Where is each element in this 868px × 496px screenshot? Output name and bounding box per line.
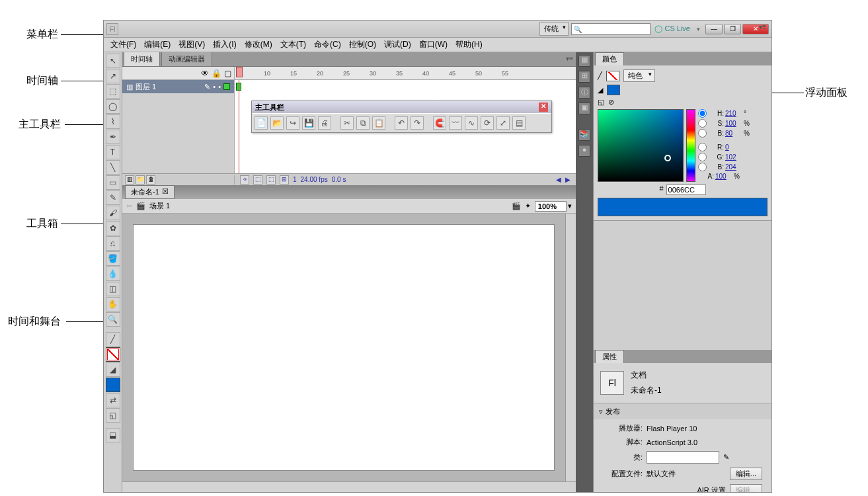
pen-tool[interactable]: ✒ [106, 130, 120, 144]
tab-timeline[interactable]: 时间轴 [124, 52, 160, 66]
snap-icon[interactable]: ⬓ [106, 428, 120, 442]
paint-bucket-tool[interactable]: 🪣 [106, 251, 120, 266]
onion-outline-icon[interactable]: ⬚ [266, 175, 276, 185]
swatches-icon[interactable]: ▦ [578, 55, 590, 67]
edit-class-icon[interactable]: ✎ [723, 453, 729, 462]
misc-icon[interactable]: ● [578, 145, 590, 157]
cslive-button[interactable]: CS Live [654, 24, 690, 33]
zoom-tool[interactable]: 🔍 [106, 312, 120, 327]
tab-properties[interactable]: 属性 [595, 350, 624, 363]
library-icon[interactable]: 📚 [578, 129, 590, 141]
info-icon[interactable]: ⓘ [578, 87, 590, 99]
snap-magnet-icon[interactable]: 🧲 [433, 116, 446, 130]
fill-swatch-panel[interactable] [607, 85, 620, 95]
panel-menu-icon[interactable]: ▾≡ [566, 55, 573, 62]
scroll-right-icon[interactable]: ▶ [565, 176, 571, 183]
new-layer-button[interactable]: ▥ [125, 175, 134, 185]
no-color-icon[interactable]: ⊘ [608, 98, 614, 106]
transform-icon[interactable]: ▣ [578, 103, 590, 114]
rgb-b-radio[interactable] [698, 163, 707, 171]
undo-icon[interactable]: ↶ [395, 116, 408, 130]
eyedropper-tool[interactable]: 💧 [106, 267, 120, 281]
search-input[interactable] [571, 23, 651, 35]
new-folder-button[interactable]: 📁 [136, 175, 145, 185]
selection-tool[interactable]: ↖ [106, 54, 120, 68]
menu-edit[interactable]: 编辑(E) [140, 39, 175, 50]
smooth-icon[interactable]: 〰 [449, 116, 462, 130]
menu-window[interactable]: 窗口(W) [415, 39, 452, 50]
scale-icon[interactable]: ⤢ [496, 116, 510, 130]
edit-scene-icon[interactable]: 🎬 [512, 202, 521, 210]
bone-tool[interactable]: ⎌ [106, 236, 120, 251]
hex-input[interactable] [666, 185, 706, 195]
center-frame-icon[interactable]: ⎆ [240, 175, 249, 185]
copy-icon[interactable]: ⧉ [356, 116, 370, 130]
zoom-selector[interactable]: 100% [535, 201, 567, 212]
rectangle-tool[interactable]: ▭ [106, 175, 120, 190]
outline-icon[interactable]: ▢ [224, 69, 231, 78]
main-toolbar-titlebar[interactable]: 主工具栏 ✕ [252, 101, 551, 113]
line-tool[interactable]: ╲ [106, 160, 120, 175]
menu-help[interactable]: 帮助(H) [452, 39, 487, 50]
deco-tool[interactable]: ✿ [106, 221, 120, 235]
tab-color[interactable]: 颜色 [595, 52, 624, 65]
vertical-scrollbar[interactable] [565, 214, 576, 481]
cut-icon[interactable]: ✂ [340, 116, 354, 130]
close-tab-icon[interactable]: ☒ [162, 187, 169, 197]
menu-debug[interactable]: 调试(D) [380, 39, 415, 50]
onion-skin-icon[interactable]: ⬚ [253, 175, 262, 185]
rotate-icon[interactable]: ⟳ [481, 116, 494, 130]
stroke-swatch[interactable] [106, 347, 120, 362]
zoom-dropdown-icon[interactable]: ▾ [568, 202, 572, 210]
pencil-tool[interactable]: ✎ [106, 190, 120, 205]
fill-color-icon[interactable]: ◢ [106, 362, 120, 377]
maximize-button[interactable]: ❐ [724, 24, 741, 34]
menu-command[interactable]: 命令(C) [310, 39, 345, 50]
rgb-g-radio[interactable] [698, 153, 707, 161]
frame-ruler[interactable]: 510152025303540455055 [235, 67, 576, 79]
layer-row[interactable]: ▥ 图层 1 ✎ •• [122, 80, 234, 93]
print-icon[interactable]: 🖨 [318, 116, 331, 130]
redo-icon[interactable]: ↷ [411, 116, 424, 130]
tab-motion-editor[interactable]: 动画编辑器 [161, 52, 212, 66]
save-icon[interactable]: 💾 [302, 116, 315, 130]
stroke-color-icon[interactable]: ╱ [106, 332, 120, 347]
lasso-tool[interactable]: ⌇ [106, 114, 120, 129]
edit-air-button[interactable]: 编辑... [730, 484, 762, 492]
brush-tool[interactable]: 🖌 [106, 206, 120, 220]
menu-file[interactable]: 文件(F) [106, 39, 140, 50]
swap-colors-icon[interactable]: ⇄ [106, 393, 120, 407]
hue-slider[interactable] [686, 109, 695, 182]
hand-tool[interactable]: ✋ [106, 297, 120, 311]
lock-icon[interactable]: 🔒 [212, 69, 221, 78]
class-input[interactable] [647, 451, 719, 464]
menu-view[interactable]: 视图(V) [175, 39, 209, 50]
main-toolbar-window[interactable]: 主工具栏 ✕ 📄 📂 ↪ 💾 🖨 ✂ ⧉ 📋 ↶ ↷ 🧲 〰 ∿ ⟳ ⤢ ▤ [251, 101, 552, 133]
main-toolbar-close-button[interactable]: ✕ [539, 103, 548, 112]
align-panel-icon[interactable]: ▤ [512, 116, 526, 130]
menu-insert[interactable]: 插入(I) [209, 39, 240, 50]
paste-icon[interactable]: 📋 [372, 116, 385, 130]
3d-rotation-tool[interactable]: ◯ [106, 99, 120, 114]
delete-layer-button[interactable]: 🗑 [146, 175, 155, 185]
align-icon[interactable]: ⊞ [578, 71, 590, 83]
fill-type-selector[interactable]: 纯色 [623, 69, 655, 82]
straighten-icon[interactable]: ∿ [465, 116, 478, 130]
new-file-icon[interactable]: 📄 [255, 116, 268, 130]
menu-control[interactable]: 控制(O) [345, 39, 380, 50]
default-colors-icon[interactable]: ◱ [106, 408, 120, 423]
eraser-tool[interactable]: ◫ [106, 282, 120, 296]
menu-text[interactable]: 文本(T) [276, 39, 310, 50]
text-tool[interactable]: T [106, 145, 120, 159]
scroll-left-icon[interactable]: ◀ [556, 176, 561, 183]
horizontal-scrollbar[interactable] [122, 481, 576, 492]
document-tab[interactable]: 未命名-1☒ [125, 185, 175, 199]
subselection-tool[interactable]: ↗ [106, 69, 120, 83]
rgb-r-radio[interactable] [698, 143, 707, 151]
open-file-icon[interactable]: 📂 [270, 116, 284, 130]
menu-modify[interactable]: 修改(M) [241, 39, 276, 50]
workspace-selector[interactable]: 传统 [539, 22, 569, 36]
hsb-h-radio[interactable] [698, 109, 707, 118]
fill-swatch[interactable] [106, 378, 120, 392]
free-transform-tool[interactable]: ⬚ [106, 84, 120, 99]
